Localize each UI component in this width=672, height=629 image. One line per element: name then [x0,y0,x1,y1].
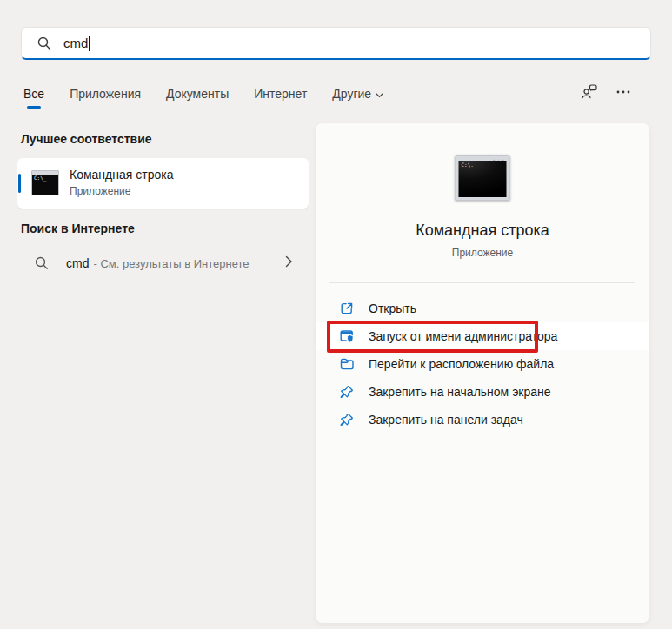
pin-icon [340,385,354,399]
open-external-icon [340,301,354,315]
cmd-terminal-icon: C:\_ [31,170,59,195]
best-match-subtitle: Приложение [70,185,130,197]
more-options-icon[interactable] [616,90,630,94]
filter-tabs: Все Приложения Документы Интернет Другие [23,84,651,103]
selection-accent-bar [18,174,21,193]
tab-more[interactable]: Другие [332,87,383,101]
action-pin-to-taskbar[interactable]: Закрепить на панели задач [316,406,649,434]
best-match-heading: Лучшее соответствие [21,132,152,146]
preview-panel: ▪ ▫ ▪ C:\. Командная строка Приложение О… [316,123,649,623]
tab-documents[interactable]: Документы [166,87,229,101]
suggestion-description: - См. результаты в Интернете [93,257,249,270]
header-icons [582,84,630,100]
feedback-account-icon[interactable] [582,84,597,100]
action-open-file-location[interactable]: Перейти к расположению файла [316,350,649,378]
divider [329,282,635,283]
windows-search-flyout: cmd Все Приложения Документы Интернет Др… [0,0,672,629]
admin-shield-icon [340,329,354,343]
context-actions: Открыть Запуск от имени администратора П… [316,295,649,434]
web-search-heading: Поиск в Интернете [21,222,135,235]
tab-apps[interactable]: Приложения [70,87,141,101]
preview-title: Командная строка [316,222,649,240]
search-box[interactable]: cmd [21,27,651,60]
action-pin-to-start[interactable]: Закрепить на начальном экране [316,378,649,406]
chevron-down-icon [376,87,383,101]
search-input-value[interactable]: cmd [63,36,88,50]
search-icon [37,36,51,50]
search-icon [35,256,49,270]
tab-web[interactable]: Интернет [254,87,307,101]
folder-icon [340,357,354,371]
best-match-result[interactable]: C:\_ Командная строка Приложение [17,158,309,209]
action-open[interactable]: Открыть [316,295,649,322]
cmd-terminal-icon-large: ▪ ▫ ▪ C:\. [456,155,510,201]
text-caret [89,36,90,51]
tab-all[interactable]: Все [23,87,44,101]
chevron-right-icon[interactable] [285,255,293,271]
suggestion-query: cmd [66,256,89,270]
active-tab-underline [27,106,41,109]
action-run-as-admin[interactable]: Запуск от имени администратора [316,322,649,350]
preview-subtitle: Приложение [316,247,649,259]
pin-icon [340,413,354,427]
best-match-title: Командная строка [70,168,173,182]
web-search-suggestion[interactable]: cmd - См. результаты в Интернете [17,247,309,280]
